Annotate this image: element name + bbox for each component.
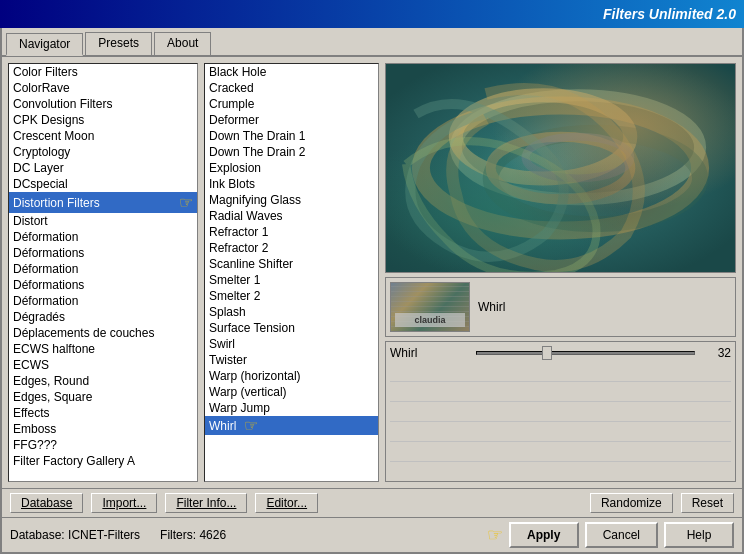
thumbnail-text: claudia: [414, 315, 445, 325]
preview-image: [385, 63, 736, 273]
filter-info-button[interactable]: Filter Info...: [165, 493, 247, 513]
list-item[interactable]: Effects: [9, 405, 197, 421]
filter-item[interactable]: Radial Waves: [205, 208, 378, 224]
filter-item[interactable]: Ink Blots: [205, 176, 378, 192]
action-buttons: ☞ Apply Cancel Help: [487, 522, 734, 548]
tab-about[interactable]: About: [154, 32, 211, 55]
category-list[interactable]: Color Filters ColorRave Convolution Filt…: [8, 63, 198, 482]
randomize-button[interactable]: Randomize: [590, 493, 673, 513]
filter-item[interactable]: Twister: [205, 352, 378, 368]
cursor-apply: ☞: [487, 524, 503, 546]
list-item[interactable]: FFG???: [9, 437, 197, 453]
app-title: Filters Unlimited 2.0: [603, 6, 736, 22]
status-filters: Filters: 4626: [160, 528, 226, 542]
filter-item-whirl-selected[interactable]: Whirl ☞: [205, 416, 378, 435]
filter-item[interactable]: Explosion: [205, 160, 378, 176]
filter-item[interactable]: Warp (horizontal): [205, 368, 378, 384]
filter-item-label-whirl: Whirl: [205, 418, 240, 434]
svg-point-3: [456, 95, 631, 178]
thumbnail-overlay: claudia: [395, 313, 465, 327]
list-item[interactable]: Déformations: [9, 245, 197, 261]
svg-point-1: [456, 95, 700, 199]
filter-item[interactable]: Down The Drain 2: [205, 144, 378, 160]
param-track-whirl[interactable]: [476, 351, 695, 355]
thumbnail-preview: claudia: [390, 282, 470, 332]
param-label-whirl: Whirl: [390, 346, 470, 360]
param-row-whirl: Whirl 32: [390, 346, 731, 360]
filter-item[interactable]: Splash: [205, 304, 378, 320]
param-thumb-whirl[interactable]: [542, 346, 552, 360]
filter-item[interactable]: Deformer: [205, 112, 378, 128]
filter-item[interactable]: Smelter 1: [205, 272, 378, 288]
reset-button[interactable]: Reset: [681, 493, 734, 513]
filters-label: Filters:: [160, 528, 196, 542]
thumbnail-row: claudia Whirl: [385, 277, 736, 337]
params-area: Whirl 32: [385, 341, 736, 482]
help-button[interactable]: Help: [664, 522, 734, 548]
filter-item[interactable]: Cracked: [205, 80, 378, 96]
list-item[interactable]: Distort: [9, 213, 197, 229]
list-item[interactable]: CPK Designs: [9, 112, 197, 128]
tab-navigator[interactable]: Navigator: [6, 33, 83, 56]
list-item[interactable]: ECWS halftone: [9, 341, 197, 357]
filter-item[interactable]: Down The Drain 1: [205, 128, 378, 144]
status-database: Database: ICNET-Filters: [10, 528, 140, 542]
param-row-empty-5: [390, 444, 731, 462]
thumbnail-label: Whirl: [478, 300, 505, 314]
param-value-whirl: 32: [701, 346, 731, 360]
cancel-button[interactable]: Cancel: [585, 522, 658, 548]
editor-button[interactable]: Editor...: [255, 493, 318, 513]
list-item[interactable]: Déformation: [9, 293, 197, 309]
tab-presets[interactable]: Presets: [85, 32, 152, 55]
filter-item[interactable]: Refractor 1: [205, 224, 378, 240]
main-container: Navigator Presets About Color Filters Co…: [0, 28, 744, 554]
svg-point-6: [526, 137, 631, 179]
apply-button[interactable]: Apply: [509, 522, 579, 548]
list-item[interactable]: Edges, Square: [9, 389, 197, 405]
list-item[interactable]: Convolution Filters: [9, 96, 197, 112]
status-bar: Database: ICNET-Filters Filters: 4626 ☞ …: [2, 517, 742, 552]
list-item[interactable]: DCspecial: [9, 176, 197, 192]
filter-item[interactable]: Magnifying Glass: [205, 192, 378, 208]
filter-item[interactable]: Black Hole: [205, 64, 378, 80]
filter-item[interactable]: Scanline Shifter: [205, 256, 378, 272]
list-item[interactable]: Crescent Moon: [9, 128, 197, 144]
list-item[interactable]: Déplacements de couches: [9, 325, 197, 341]
database-label: Database:: [10, 528, 65, 542]
list-item[interactable]: DC Layer: [9, 160, 197, 176]
param-row-empty-4: [390, 424, 731, 442]
list-item[interactable]: ECWS: [9, 357, 197, 373]
cursor-arrow-whirl: ☞: [244, 416, 258, 435]
list-item[interactable]: Edges, Round: [9, 373, 197, 389]
list-item-distortion-filters[interactable]: Distortion Filters ☞: [9, 192, 197, 213]
title-bar: Filters Unlimited 2.0: [0, 0, 744, 28]
database-value: ICNET-Filters: [68, 528, 140, 542]
param-row-empty-2: [390, 384, 731, 402]
filter-item[interactable]: Warp Jump: [205, 400, 378, 416]
svg-point-4: [491, 133, 700, 225]
list-item[interactable]: Déformation: [9, 261, 197, 277]
database-button[interactable]: Database: [10, 493, 83, 513]
filter-item[interactable]: Refractor 2: [205, 240, 378, 256]
filters-value: 4626: [199, 528, 226, 542]
param-row-empty-1: [390, 364, 731, 382]
filter-item[interactable]: Surface Tension: [205, 320, 378, 336]
filter-item[interactable]: Crumple: [205, 96, 378, 112]
filter-list[interactable]: Black Hole Cracked Crumple Deformer Down…: [204, 63, 379, 482]
list-item[interactable]: Déformations: [9, 277, 197, 293]
import-button[interactable]: Import...: [91, 493, 157, 513]
list-item[interactable]: Color Filters: [9, 64, 197, 80]
filter-item[interactable]: Smelter 2: [205, 288, 378, 304]
list-item[interactable]: Emboss: [9, 421, 197, 437]
tab-bar: Navigator Presets About: [2, 28, 742, 57]
list-item[interactable]: Cryptology: [9, 144, 197, 160]
list-item[interactable]: ColorRave: [9, 80, 197, 96]
svg-point-2: [421, 106, 700, 231]
list-item[interactable]: Filter Factory Gallery A: [9, 453, 197, 469]
list-item[interactable]: Dégradés: [9, 309, 197, 325]
filter-item[interactable]: Warp (vertical): [205, 384, 378, 400]
filter-item[interactable]: Swirl: [205, 336, 378, 352]
cursor-arrow-right: ☞: [179, 193, 193, 212]
content-area: Color Filters ColorRave Convolution Filt…: [2, 57, 742, 488]
list-item[interactable]: Déformation: [9, 229, 197, 245]
